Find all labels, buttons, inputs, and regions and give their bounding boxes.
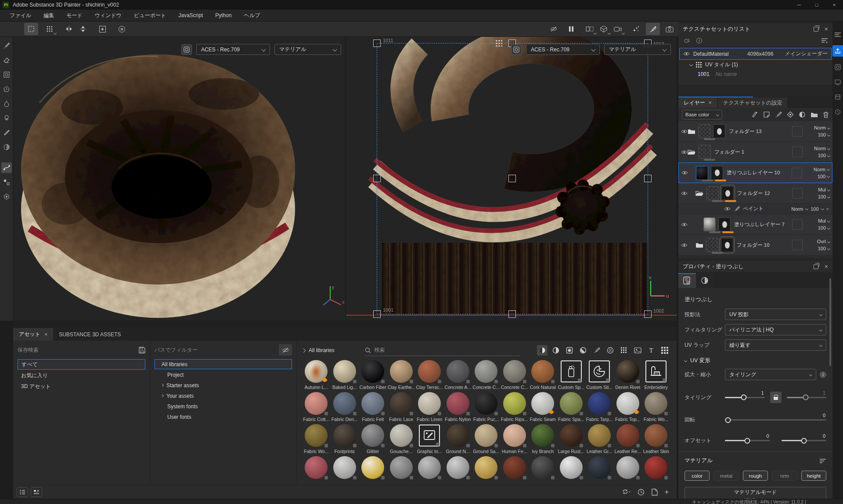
paint-tool-icon[interactable] — [1, 40, 12, 51]
path-filter-item[interactable]: Project — [155, 370, 292, 380]
smudge-tool-icon[interactable] — [1, 98, 12, 109]
details-view-icon[interactable] — [31, 487, 42, 497]
tab-texture-set-settings[interactable]: テクスチャセットの設定 — [718, 97, 788, 108]
material-picker-tool-icon[interactable] — [1, 127, 12, 138]
undock-icon[interactable] — [814, 27, 818, 32]
asset-item[interactable]: Fabric Linen — [415, 391, 444, 423]
eye-icon[interactable] — [681, 243, 688, 248]
grid-snap-icon[interactable] — [43, 23, 57, 35]
add-paint-layer-icon[interactable] — [775, 111, 782, 118]
tiling-lock-icon[interactable] — [770, 392, 782, 403]
breadcrumb[interactable]: All libraries — [302, 347, 360, 353]
asset-item[interactable]: Fabric Rips... — [501, 391, 529, 423]
asset-item[interactable]: Leather Re... — [614, 423, 642, 455]
asset-item[interactable]: Human Fe... — [501, 423, 529, 455]
asset-item[interactable] — [387, 455, 416, 485]
mask-link-box[interactable] — [792, 188, 803, 198]
sync-resources-icon[interactable] — [622, 489, 630, 495]
opacity-select[interactable]: 100 — [818, 194, 830, 199]
hide-paths-icon[interactable] — [279, 344, 292, 356]
symmetry-y-icon[interactable] — [76, 23, 90, 35]
tiling-x-slider[interactable]: 1 — [725, 397, 765, 398]
layer-row[interactable]: フォルダー 1Norm100 — [678, 142, 832, 162]
filter-pattern-icon[interactable] — [619, 345, 629, 356]
asset-item[interactable]: Cork Natural — [529, 359, 557, 391]
eye-icon[interactable] — [681, 222, 688, 227]
menu-item-help[interactable]: ヘルプ — [238, 10, 267, 21]
mask-link-box[interactable] — [792, 147, 803, 157]
list-view-icon[interactable] — [17, 487, 28, 497]
layer-row[interactable]: 塗りつぶしレイヤー 7Mul100 — [678, 214, 832, 235]
shader-dock-icon[interactable] — [833, 93, 842, 101]
scrollbar[interactable] — [829, 278, 831, 366]
menu-item-viewport[interactable]: ビューポート — [128, 10, 172, 21]
close-panel-icon[interactable]: × — [825, 263, 828, 270]
asset-item[interactable]: Fabric Nylon — [444, 391, 472, 423]
asset-item[interactable] — [444, 455, 472, 485]
mask-link-box[interactable] — [792, 240, 803, 250]
hide-ui-icon[interactable] — [547, 23, 561, 35]
filter-environment-icon[interactable] — [632, 345, 643, 356]
saved-search-item[interactable]: すべて — [18, 359, 145, 370]
asset-item[interactable]: Leather Skin — [642, 423, 670, 455]
grid-view-icon[interactable] — [661, 346, 669, 354]
viewer-tool-icon[interactable] — [1, 191, 12, 202]
channel-filter-select[interactable]: Base color — [682, 110, 722, 119]
path-filter-item[interactable]: System fonts — [155, 401, 292, 411]
add-mask-icon[interactable] — [799, 111, 806, 118]
tab-substance-3d-assets[interactable]: SUBSTANCE 3D ASSETS — [53, 328, 126, 341]
layer-thumbnail[interactable] — [696, 166, 708, 180]
channel-toggle-height[interactable]: height — [801, 471, 826, 481]
filter-alpha-icon[interactable] — [605, 345, 616, 356]
blend-mode-select[interactable]: Norm — [814, 167, 829, 172]
rotation-slider[interactable]: 0 — [725, 419, 826, 421]
projection-tool-icon[interactable] — [1, 69, 12, 80]
pause-engine-icon[interactable] — [564, 23, 578, 35]
path-filter-item[interactable]: All libraries — [155, 359, 292, 369]
blend-mode-select[interactable]: Norm — [814, 125, 830, 130]
layer-thumbnail[interactable] — [703, 217, 716, 231]
camera-view-icon[interactable] — [611, 23, 625, 35]
asset-item[interactable]: Footprints — [331, 423, 359, 455]
asset-item[interactable]: Autumn L... — [302, 359, 331, 391]
clone-tool-icon[interactable] — [1, 113, 12, 123]
eye-icon[interactable] — [724, 206, 731, 211]
asset-item[interactable]: Fabric Top... — [614, 391, 642, 423]
asset-item[interactable]: Leather Gr... — [585, 423, 614, 455]
add-selection-icon[interactable] — [95, 23, 109, 35]
delete-layer-icon[interactable] — [823, 112, 829, 118]
asset-item[interactable] — [557, 455, 586, 485]
maximize-button[interactable]: □ — [808, 0, 825, 10]
polygon-fill-tool-icon[interactable] — [1, 84, 12, 94]
display-mode-select-2d[interactable]: マテリアル — [604, 44, 671, 55]
transform-handle-l[interactable] — [373, 175, 381, 182]
layer-thumbnail[interactable] — [699, 145, 711, 159]
info-icon[interactable] — [696, 37, 702, 44]
history-dock-icon[interactable] — [833, 108, 842, 116]
asset-item[interactable]: Concrete A... — [444, 359, 472, 391]
undock-icon[interactable] — [814, 264, 818, 269]
asset-item[interactable]: Fabric Puc... — [472, 391, 501, 423]
asset-item[interactable] — [585, 455, 614, 485]
minimize-button[interactable]: ─ — [790, 0, 808, 10]
property-select-2[interactable]: 繰り返す — [725, 339, 826, 351]
reload-textures-icon[interactable] — [683, 37, 690, 44]
layer-mask-thumbnail[interactable] — [711, 166, 723, 180]
asset-item[interactable] — [529, 455, 557, 485]
close-button[interactable]: × — [825, 0, 843, 10]
dock-menu-icon[interactable] — [833, 30, 842, 39]
filter-material-icon[interactable] — [537, 345, 548, 356]
transform-handle-bl[interactable] — [373, 310, 381, 318]
transform-handle-tl[interactable] — [373, 40, 381, 47]
asset-item[interactable]: Clay Terrac... — [415, 359, 444, 391]
menu-item-window[interactable]: ウィンドウ — [89, 10, 128, 21]
filter-font-icon[interactable]: T — [646, 345, 656, 356]
asset-item[interactable]: Denim Rivet — [614, 359, 642, 391]
display-dock-icon[interactable] — [833, 78, 842, 86]
quick-mask-tool-icon[interactable] — [1, 142, 12, 152]
uv-tile-group-row[interactable]: UV タイル (1) — [678, 60, 832, 69]
layer-mask-thumbnail[interactable] — [713, 124, 725, 138]
asset-item[interactable]: Embroidery — [642, 359, 670, 391]
channel-toggle-nrm[interactable]: nrm — [772, 471, 797, 481]
transform-handle-r[interactable] — [644, 175, 652, 182]
